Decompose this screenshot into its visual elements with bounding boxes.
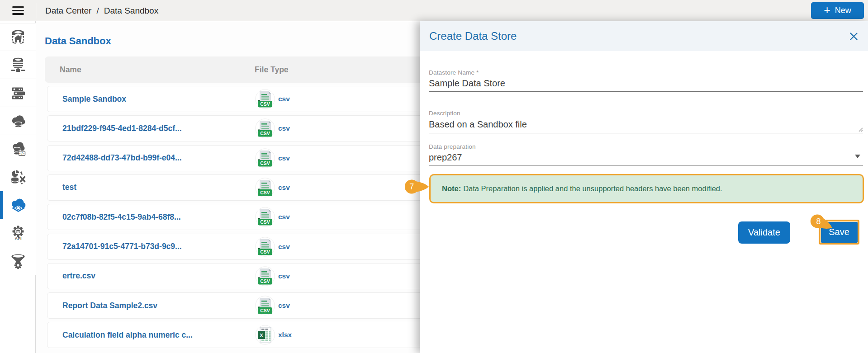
- data-preparation-label: Data preparation: [429, 143, 863, 150]
- select-underline: [429, 165, 863, 166]
- plus-icon: +: [824, 4, 830, 17]
- svg-text:CSV: CSV: [260, 249, 270, 254]
- svg-text:CSV: CSV: [260, 190, 270, 195]
- note-body: Data Preparation is applied and the unsu…: [463, 184, 722, 193]
- file-name-link[interactable]: Calculation field alpha numeric c...: [62, 330, 255, 340]
- api-gear-icon: API: [9, 224, 27, 242]
- sidebar-item-cloud-database[interactable]: [0, 107, 36, 135]
- file-type-label[interactable]: csv: [278, 184, 290, 192]
- sidebar-item-servers[interactable]: [0, 79, 36, 107]
- textarea-underline: [429, 133, 863, 133]
- svg-text:CSV: CSV: [260, 308, 270, 313]
- panel-title: Create Data Store: [429, 30, 517, 42]
- file-type-label[interactable]: csv: [278, 124, 290, 132]
- funnel-gear-icon: [9, 252, 27, 270]
- data-preparation-field[interactable]: Data preparation prep267: [429, 143, 863, 166]
- file-type-cell: CSV X csv: [255, 266, 290, 286]
- breadcrumb: Data Center / Data Sandbox: [45, 0, 158, 21]
- annotation-marker-8: 8: [809, 212, 836, 232]
- top-bar: Data Center / Data Sandbox + New: [0, 0, 868, 21]
- description-input[interactable]: Based on a Sandbox file: [429, 119, 863, 130]
- file-type-label[interactable]: csv: [278, 154, 290, 162]
- csv-file-icon: CSV: [255, 266, 275, 286]
- file-type-label[interactable]: csv: [278, 243, 290, 251]
- svg-text:CSV: CSV: [260, 219, 270, 225]
- csv-file-icon: CSV: [255, 207, 275, 227]
- sidebar-item-database-code[interactable]: </>: [0, 135, 36, 163]
- description-field[interactable]: Description Based on a Sandbox file: [429, 110, 863, 133]
- data-preparation-select[interactable]: prep267: [429, 152, 863, 163]
- file-name-link[interactable]: test: [62, 183, 255, 192]
- svg-text:CSV: CSV: [260, 160, 270, 166]
- database-code-icon: </>: [9, 140, 27, 158]
- datastore-name-input[interactable]: Sample Data Store: [429, 78, 863, 89]
- file-type-cell: CSV X csv: [255, 118, 290, 138]
- file-name-link[interactable]: 72a14701-91c5-4771-b73d-9c9...: [62, 242, 255, 251]
- file-name-link[interactable]: 72d42488-dd73-47bd-b99f-e04...: [62, 153, 255, 163]
- csv-file-icon: CSV: [255, 118, 275, 138]
- svg-text:CSV: CSV: [260, 101, 270, 107]
- column-header-file-type: File Type: [255, 65, 289, 75]
- note-callout: Note:Data Preparation is applied and the…: [429, 174, 864, 203]
- column-header-name: Name: [60, 65, 255, 75]
- svg-text:8: 8: [816, 217, 821, 226]
- file-type-cell: CSV X csv: [255, 296, 290, 315]
- file-name-link[interactable]: 02c7f08b-82f5-4c15-9ab4-68f8...: [62, 212, 255, 222]
- database-network-icon: [9, 56, 27, 74]
- file-type-cell: CSV X xlsx: [255, 325, 292, 345]
- svg-text:API: API: [14, 236, 21, 240]
- file-type-cell: CSV X csv: [255, 207, 290, 227]
- description-label: Description: [429, 110, 863, 117]
- xlsx-file-icon: X: [255, 325, 275, 345]
- cloud-database-icon: [9, 112, 27, 130]
- sidebar-item-data-sync-remove[interactable]: [0, 163, 36, 191]
- file-name-link[interactable]: Report Data Sample2.csv: [62, 301, 255, 311]
- breadcrumb-data-sandbox[interactable]: Data Sandbox: [104, 6, 158, 16]
- file-type-label[interactable]: csv: [278, 272, 290, 280]
- file-type-cell: CSV X csv: [255, 148, 290, 168]
- sidebar-item-funnel[interactable]: [0, 247, 36, 275]
- note-prefix: Note:: [442, 184, 461, 193]
- file-name-link[interactable]: ertre.csv: [62, 271, 255, 281]
- file-type-cell: CSV X csv: [255, 237, 290, 257]
- csv-file-icon: CSV: [255, 296, 275, 315]
- breadcrumb-separator: /: [96, 6, 99, 16]
- sidebar-item-data-center-home[interactable]: [0, 23, 36, 51]
- new-button[interactable]: + New: [811, 2, 864, 19]
- file-type-label[interactable]: csv: [278, 213, 290, 221]
- close-icon[interactable]: [849, 32, 858, 41]
- datastore-name-label: Datastore Name *: [429, 69, 863, 76]
- input-underline: [429, 91, 863, 92]
- file-type-label[interactable]: csv: [278, 95, 290, 103]
- svg-text:7: 7: [409, 182, 414, 191]
- file-type-label[interactable]: csv: [278, 301, 290, 310]
- sidebar-item-datastores[interactable]: [0, 51, 36, 79]
- note-text: Note:Data Preparation is applied and the…: [442, 184, 722, 193]
- sidebar-item-api[interactable]: API: [0, 219, 36, 247]
- dropdown-caret-icon[interactable]: [855, 155, 860, 158]
- textarea-resize-icon[interactable]: [858, 127, 863, 132]
- sidebar-item-data-sandbox[interactable]: [0, 191, 36, 219]
- file-type-cell: CSV X csv: [255, 89, 290, 109]
- topbar-divider: [36, 3, 36, 19]
- database-sync-remove-icon: [9, 168, 27, 186]
- panel-header: Create Data Store: [420, 21, 868, 51]
- file-name-link[interactable]: Sample Sandbox: [62, 94, 255, 104]
- sidebar: </>: [0, 21, 36, 353]
- csv-file-icon: CSV: [255, 178, 275, 198]
- csv-file-icon: CSV: [255, 148, 275, 168]
- create-data-store-panel: Create Data Store Datastore Name * Sampl…: [420, 21, 868, 353]
- page-title: Data Sandbox: [45, 35, 111, 47]
- file-type-cell: CSV X csv: [255, 178, 290, 198]
- annotation-marker-7: 7: [405, 179, 429, 194]
- cloud-sandbox-icon: [9, 196, 28, 214]
- file-name-link[interactable]: 21bdf229-f945-4ed1-8284-d5cf...: [62, 124, 255, 133]
- new-button-label: New: [835, 6, 851, 15]
- hamburger-menu-icon[interactable]: [12, 6, 24, 15]
- datastore-name-field[interactable]: Datastore Name * Sample Data Store: [429, 69, 863, 92]
- breadcrumb-data-center[interactable]: Data Center: [45, 6, 91, 16]
- svg-text:CSV: CSV: [260, 278, 270, 284]
- file-type-label[interactable]: xlsx: [278, 331, 292, 339]
- csv-file-icon: CSV: [255, 89, 275, 109]
- validate-button[interactable]: Validate: [738, 221, 790, 244]
